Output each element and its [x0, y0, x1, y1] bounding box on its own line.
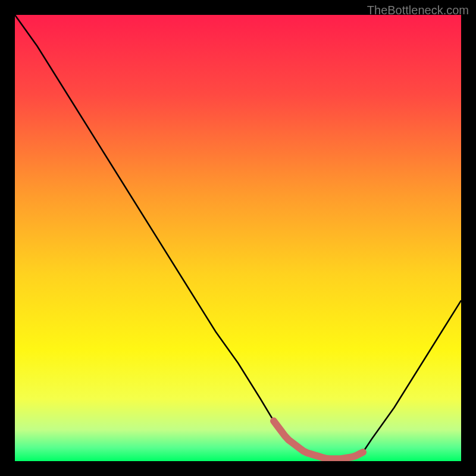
optimal-range-highlight	[15, 15, 461, 461]
watermark-text: TheBottleneck.com	[367, 4, 469, 17]
plot-area	[15, 15, 461, 461]
